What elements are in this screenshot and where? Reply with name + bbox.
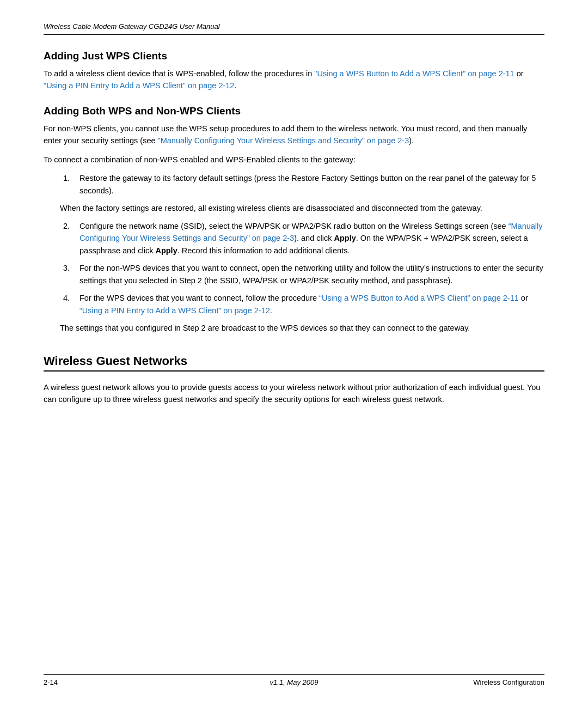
section1-link2[interactable]: "Using a PIN Entry to Add a WPS Client" … [44,81,234,90]
footer-page-number: 2-14 [44,678,58,686]
section2-para1-link[interactable]: "Manually Configuring Your Wireless Sett… [158,136,409,145]
section1-intro-text: To add a wireless client device that is … [44,69,314,78]
step-4-text: For the WPS devices that you want to con… [79,292,544,317]
steps-list-3: 3. For the non-WPS devices that you want… [60,262,544,287]
section3-heading: Wireless Guest Networks [44,354,544,372]
step-1-subpara: When the factory settings are restored, … [60,202,544,214]
steps-list: 1. Restore the gateway to its factory de… [60,172,544,197]
page-container: Wireless Cable Modem Gateway CGD24G User… [0,0,588,706]
footer-version: v1.1, May 2009 [270,678,318,686]
section3-body: A wireless guest network allows you to p… [44,381,544,406]
step-1-num: 1. [63,172,74,197]
step-3: 3. For the non-WPS devices that you want… [60,262,544,287]
page-header-text: Wireless Cable Modem Gateway CGD24G User… [44,22,220,31]
steps-list-2: 2. Configure the network name (SSID), se… [60,220,544,257]
step-3-num: 3. [63,262,74,287]
steps-list-4: 4. For the WPS devices that you want to … [60,292,544,317]
section1-link1-connector: or [514,69,524,78]
section-adding-both-wps: Adding Both WPS and Non-WPS Clients For … [44,105,544,334]
page-header: Wireless Cable Modem Gateway CGD24G User… [44,22,544,35]
section1-intro-para: To add a wireless client device that is … [44,68,544,92]
step4-link2[interactable]: “Using a PIN Entry to Add a WPS Client” … [79,306,270,315]
section1-heading: Adding Just WPS Clients [44,50,544,62]
section2-para1: For non-WPS clients, you cannot use the … [44,123,544,147]
footer-section: Wireless Configuration [473,678,544,686]
section2-heading: Adding Both WPS and Non-WPS Clients [44,105,544,117]
step-2-num: 2. [63,220,74,257]
step2-link[interactable]: “Manually Configuring Your Wireless Sett… [79,222,543,242]
step2-bold1: Apply [334,234,356,242]
step-3-text: For the non-WPS devices that you want to… [79,262,544,287]
section-adding-just-wps: Adding Just WPS Clients To add a wireles… [44,50,544,92]
step-2-text: Configure the network name (SSID), selec… [79,220,544,257]
section2-para2: To connect a combination of non-WPS enab… [44,154,544,166]
section1-link1[interactable]: "Using a WPS Button to Add a WPS Client"… [314,69,514,78]
page-footer: 2-14 v1.1, May 2009 Wireless Configurati… [44,674,544,686]
step-4-num: 4. [63,292,74,317]
section-wireless-guest: Wireless Guest Networks A wireless guest… [44,354,544,406]
step-2: 2. Configure the network name (SSID), se… [60,220,544,257]
step-4: 4. For the WPS devices that you want to … [60,292,544,317]
section1-link2-end: . [234,81,236,90]
step-1-text: Restore the gateway to its factory defau… [79,172,544,197]
step2-bold2: Apply [155,246,177,255]
step-1: 1. Restore the gateway to its factory de… [60,172,544,197]
step4-link1[interactable]: “Using a WPS Button to Add a WPS Client”… [319,294,519,302]
section2-para1-end: ). [409,136,414,145]
step-4-subpara: The settings that you configured in Step… [60,322,544,334]
